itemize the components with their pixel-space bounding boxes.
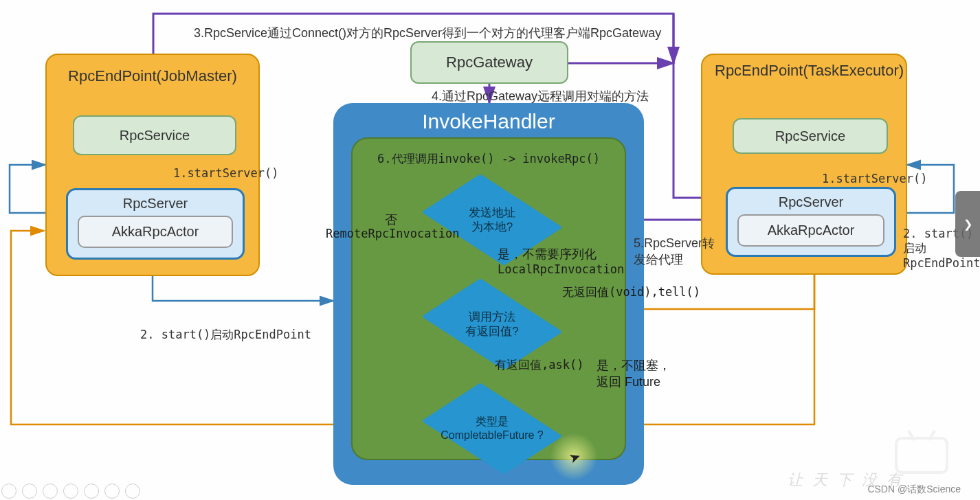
- left-rpc-server: RpcServer AkkaRpcActor: [66, 188, 245, 260]
- d1-yes: 是，不需要序列化: [498, 246, 597, 262]
- tool-icon[interactable]: [43, 484, 58, 499]
- d1-no: 否: [385, 212, 397, 228]
- label-start-endpoint-left: 2. start()启动RpcEndPoint: [140, 327, 311, 343]
- invoke-handler-title: InvokeHandler: [333, 103, 644, 137]
- bilibili-watermark: [895, 437, 948, 474]
- left-akka-actor: AkkaRpcActor: [78, 216, 233, 248]
- bottom-toolbar: [1, 484, 140, 499]
- right-rpc-server-title: RpcServer: [728, 194, 894, 210]
- right-akka-actor: AkkaRpcActor: [737, 214, 884, 247]
- d2-void: 无返回值(void),tell(): [562, 284, 700, 300]
- credit-text: CSDN @话数Science: [867, 484, 961, 496]
- d1-no-sub: RemoteRpcInvocation: [326, 227, 459, 240]
- tool-icon[interactable]: [1, 484, 16, 499]
- rpc-gateway: RpcGateway: [410, 41, 568, 84]
- tool-icon[interactable]: [22, 484, 37, 499]
- tool-icon[interactable]: [125, 484, 140, 499]
- label-step3: 3.RpcService通过Connect()对方的RpcServer得到一个对…: [194, 25, 661, 41]
- diamond-future-text: 类型是 CompletableFuture ?: [424, 415, 560, 442]
- tool-icon[interactable]: [104, 484, 120, 499]
- right-rpc-server: RpcServer AkkaRpcActor: [726, 187, 896, 257]
- left-endpoint: RpcEndPoint(JobMaster) RpcService RpcSer…: [45, 54, 260, 276]
- tool-icon[interactable]: [84, 484, 99, 499]
- label-start-server-right: 1.startServer(): [822, 172, 928, 185]
- left-rpc-server-title: RpcServer: [68, 196, 243, 212]
- left-endpoint-title: RpcEndPoint(JobMaster): [47, 55, 258, 85]
- d1-yes-sub: LocalRpcInvocation: [498, 262, 624, 276]
- diamond-return-text: 调用方法 有返回值?: [424, 310, 560, 339]
- diamond-future: 类型是 CompletableFuture ?: [424, 380, 560, 477]
- label-step5: 5.RpcServer转发给代理: [634, 235, 723, 268]
- label-step4: 4.通过RpcGateway远程调用对端的方法: [432, 88, 649, 104]
- left-rpc-service: RpcService: [73, 115, 236, 155]
- label-start-server-left: 1.startServer(): [173, 166, 279, 180]
- d2-ask: 有返回值,ask(): [495, 357, 583, 373]
- right-endpoint-title: RpcEndPoint(TaskExecutor): [702, 55, 906, 80]
- right-rpc-service: RpcService: [733, 118, 888, 154]
- side-handle[interactable]: ❯: [955, 191, 980, 257]
- step6-label: 6.代理调用invoke() -> invokeRpc(): [377, 151, 600, 167]
- tool-icon[interactable]: [63, 484, 78, 499]
- right-endpoint: RpcEndPoint(TaskExecutor) RpcService Rpc…: [701, 54, 907, 275]
- d2-future: 是，不阻塞， 返回 Future: [597, 357, 671, 390]
